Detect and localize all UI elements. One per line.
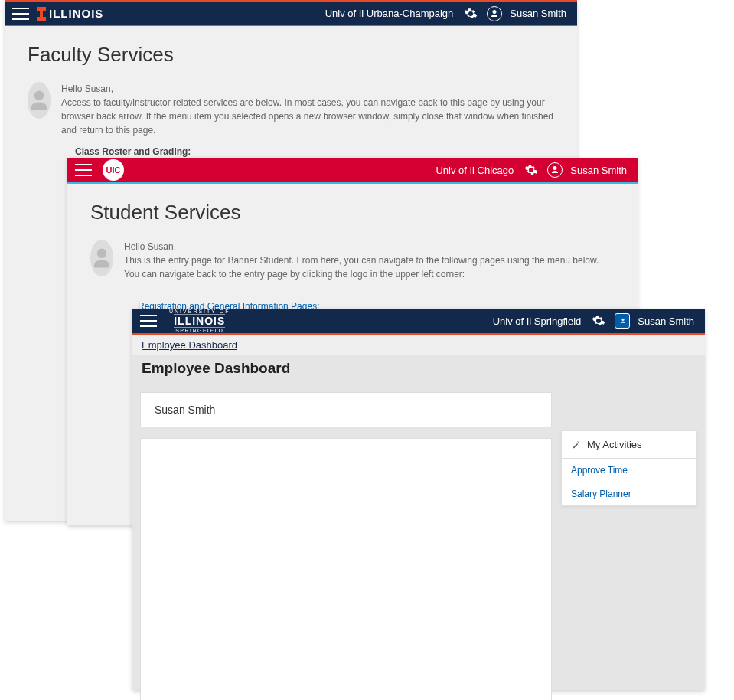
block-i-icon bbox=[37, 7, 46, 21]
activities-header: My Activities bbox=[562, 431, 696, 459]
campus-label: Univ of Il Urbana-Champaign bbox=[325, 8, 454, 19]
hamburger-icon[interactable] bbox=[12, 8, 29, 20]
profile-icon[interactable] bbox=[615, 313, 630, 329]
uic-logo[interactable]: UIC bbox=[103, 159, 124, 181]
gear-icon[interactable] bbox=[464, 7, 478, 21]
hamburger-icon[interactable] bbox=[140, 315, 157, 327]
brand-bot: SPRINGFIELD bbox=[175, 328, 223, 333]
person-icon bbox=[28, 89, 51, 112]
link-approve-time[interactable]: Approve Time bbox=[562, 459, 696, 482]
brand-top: UNIVERSITY OF bbox=[169, 309, 230, 314]
user-name: Susan Smith bbox=[570, 165, 627, 176]
illinois-logo[interactable]: ILLINOIS bbox=[37, 7, 103, 21]
uis-logo[interactable]: UNIVERSITY OF ILLINOIS SPRINGFIELD bbox=[169, 309, 230, 333]
campus-label: Univ of Il Chicago bbox=[436, 165, 514, 176]
brand-mid: ILLINOIS bbox=[174, 314, 225, 328]
person-icon bbox=[90, 247, 113, 270]
name-card: Susan Smith bbox=[140, 392, 552, 427]
employee-window: UNIVERSITY OF ILLINOIS SPRINGFIELD Univ … bbox=[132, 309, 705, 690]
main-panel bbox=[140, 438, 552, 700]
breadcrumb-link[interactable]: Employee Dashboard bbox=[142, 339, 237, 351]
profile-icon[interactable] bbox=[487, 6, 502, 21]
gear-icon[interactable] bbox=[592, 314, 605, 328]
page-title: Student Services bbox=[90, 201, 615, 224]
activities-card: My Activities Approve Time Salary Planne… bbox=[561, 430, 697, 506]
page-title: Faculty Services bbox=[28, 43, 554, 67]
gear-icon[interactable] bbox=[524, 163, 538, 177]
avatar bbox=[28, 82, 51, 119]
profile-icon[interactable] bbox=[547, 162, 563, 178]
greeting: Hello Susan, bbox=[124, 240, 615, 254]
intro-text: Access to faculty/instructor related ser… bbox=[61, 96, 554, 137]
brand-text: ILLINOIS bbox=[49, 7, 103, 20]
user-name: Susan Smith bbox=[638, 316, 694, 327]
user-name: Susan Smith bbox=[510, 8, 566, 19]
topbar-employee: UNIVERSITY OF ILLINOIS SPRINGFIELD Univ … bbox=[132, 309, 705, 335]
activities-title: My Activities bbox=[587, 439, 642, 450]
breadcrumb: Employee Dashboard bbox=[132, 335, 705, 355]
avatar bbox=[90, 240, 113, 276]
link-salary-planner[interactable]: Salary Planner bbox=[562, 482, 696, 505]
campus-label: Univ of Il Springfield bbox=[493, 316, 582, 327]
section-class-roster: Class Roster and Grading: bbox=[75, 146, 554, 157]
page-title: Employee Dashboard bbox=[132, 355, 705, 384]
wand-icon bbox=[571, 440, 581, 450]
intro-text: This is the entry page for Banner Studen… bbox=[124, 254, 615, 281]
topbar-student: UIC Univ of Il Chicago Susan Smith bbox=[67, 158, 638, 184]
hamburger-icon[interactable] bbox=[75, 164, 92, 176]
topbar-faculty: ILLINOIS Univ of Il Urbana-Champaign Sus… bbox=[5, 0, 577, 26]
greeting: Hello Susan, bbox=[61, 82, 554, 96]
